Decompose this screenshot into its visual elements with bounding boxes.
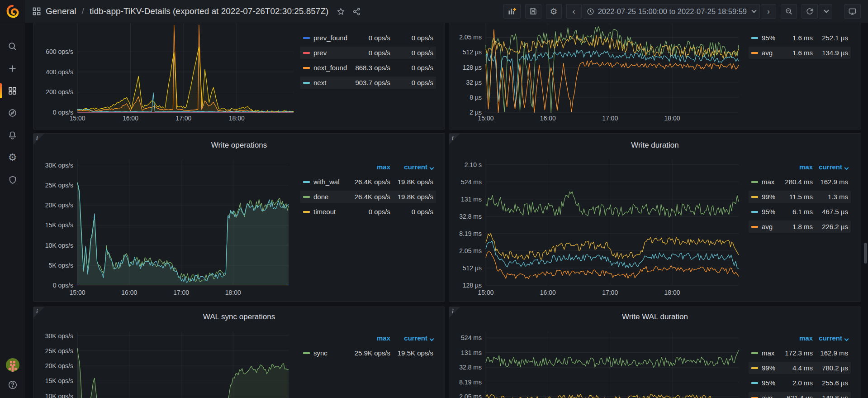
refresh-group — [802, 4, 832, 19]
y-axis-tick: 32.8 ms — [459, 364, 482, 371]
info-icon[interactable]: i — [452, 134, 454, 142]
sidebar-item-create[interactable] — [0, 58, 25, 80]
series-current-value: 0 ops/s — [390, 64, 433, 72]
y-axis-tick: 8 µs — [470, 94, 482, 101]
series-max-value: 2.0 ms — [780, 379, 813, 387]
legend-sort-max[interactable]: max — [350, 334, 390, 342]
y-axis-tick: 20K ops/s — [45, 201, 73, 209]
y-axis-tick: 2.05 ms — [459, 34, 482, 41]
panel-title-write-operations[interactable]: Write operations — [33, 141, 445, 150]
panel-title-wal-sync-operations[interactable]: WAL sync operations — [33, 312, 445, 321]
series-color-swatch — [303, 82, 310, 84]
info-icon[interactable]: i — [36, 134, 38, 142]
series-name[interactable]: 99% — [762, 364, 780, 372]
legend-row-with_wal[interactable]: with_wal26.4K ops/s19.8K ops/s — [300, 176, 436, 188]
star-icon[interactable] — [337, 7, 345, 16]
vertical-scrollbar-thumb[interactable] — [864, 243, 867, 264]
series-name[interactable]: 95% — [762, 34, 780, 42]
sidebar-item-configuration[interactable]: ⚙ — [0, 146, 25, 168]
series-name[interactable]: avg — [762, 49, 780, 57]
legend-row-95%[interactable]: 95%1.6 ms252.1 µs — [749, 32, 851, 44]
sidebar-item-search[interactable] — [0, 35, 25, 58]
legend-row-95%[interactable]: 95%6.1 ms467.5 µs — [749, 206, 851, 218]
grafana-logo[interactable] — [0, 0, 25, 23]
legend-row-prev_found[interactable]: prev_found0 ops/s0 ops/s — [300, 32, 436, 44]
legend-row-avg[interactable]: avg1.6 ms134.9 µs — [749, 47, 851, 59]
cycle-view-mode-button[interactable] — [844, 4, 861, 19]
legend-row-95%[interactable]: 95%2.0 ms255.6 µs — [749, 377, 851, 389]
legend-sort-max[interactable]: max — [780, 334, 813, 342]
time-picker-group: ‹ 2022-07-25 15:00:00 to 2022-07-25 18:5… — [566, 4, 776, 19]
sidebar-item-server-admin[interactable] — [0, 168, 25, 191]
add-panel-button[interactable] — [503, 4, 521, 19]
legend-row-avg[interactable]: avg1.8 ms226.2 µs — [749, 221, 851, 233]
legend-sort-current[interactable]: current — [813, 334, 848, 342]
series-name[interactable]: next_found — [313, 64, 350, 72]
legend-row-prev[interactable]: prev0 ops/s0 ops/s — [300, 47, 436, 59]
legend-row-timeout[interactable]: timeout0 ops/s0 ops/s — [300, 206, 436, 218]
series-name[interactable]: max — [762, 178, 780, 186]
time-range-picker[interactable]: 2022-07-25 15:00:00 to 2022-07-25 18:59:… — [583, 4, 760, 19]
legend-row-next[interactable]: next903.7 ops/s0 ops/s — [300, 77, 436, 89]
info-icon[interactable]: i — [36, 308, 38, 315]
series-name[interactable]: 95% — [762, 379, 780, 387]
series-name[interactable]: avg — [762, 223, 780, 230]
time-shift-forward-button[interactable]: › — [761, 4, 776, 19]
series-name[interactable]: done — [313, 193, 350, 201]
legend-row-99%[interactable]: 99%11.5 ms1.3 ms — [749, 191, 851, 203]
series-name[interactable]: prev — [313, 49, 350, 57]
sidebar-item-help[interactable] — [0, 380, 25, 390]
clock-icon — [587, 8, 594, 15]
refresh-interval-dropdown[interactable] — [819, 4, 832, 19]
x-axis-tick: 17:00 — [175, 115, 191, 122]
panel-title-write-wal-duration[interactable]: Write WAL duration — [449, 312, 861, 321]
save-dashboard-button[interactable] — [525, 4, 541, 19]
dashboard-settings-button[interactable]: ⚙ — [546, 4, 562, 19]
zoom-out-time-button[interactable] — [781, 4, 797, 19]
legend-row-99%[interactable]: 99%4.4 ms780.2 µs — [749, 362, 851, 374]
x-axis-tick: 16:00 — [540, 115, 556, 122]
series-name[interactable]: prev_found — [313, 34, 350, 42]
dashboard-title[interactable]: tidb-app-TiKV-Details (exported at 2022-… — [90, 6, 328, 16]
legend-sort-max[interactable]: max — [350, 163, 390, 171]
sidebar-item-explore[interactable] — [0, 102, 25, 124]
panel-scan-operations-top: 600 ops/s400 ops/s200 ops/s0 ops/s15:001… — [33, 23, 445, 129]
sidebar-item-dashboards[interactable] — [0, 80, 25, 102]
series-name[interactable]: avg — [762, 394, 780, 398]
sidebar-item-alerting[interactable] — [0, 124, 25, 146]
legend-row-sync[interactable]: sync25.9K ops/s19.5K ops/s — [300, 347, 436, 359]
series-current-value: 0 ops/s — [390, 34, 433, 42]
series-name[interactable]: with_wal — [313, 178, 350, 186]
series-name[interactable]: timeout — [313, 208, 350, 216]
legend-row-max[interactable]: max280.4 ms162.9 ms — [749, 176, 851, 188]
series-line-avg — [486, 29, 739, 113]
time-shift-back-button[interactable]: ‹ — [566, 4, 582, 19]
series-name[interactable]: max — [762, 349, 780, 357]
series-name[interactable]: sync — [313, 349, 350, 357]
series-line-unnamed — [77, 47, 294, 112]
series-name[interactable]: 95% — [762, 208, 780, 216]
avatar-pixels — [10, 361, 12, 363]
chevron-down-icon — [844, 166, 849, 170]
series-name[interactable]: 99% — [762, 193, 780, 201]
legend-sort-current[interactable]: current — [813, 163, 848, 171]
y-axis-tick: 0 ops/s — [53, 282, 73, 289]
user-avatar[interactable] — [6, 358, 19, 372]
legend-sort-max[interactable]: max — [780, 163, 813, 171]
legend-sort-current[interactable]: current — [390, 334, 433, 342]
info-icon[interactable]: i — [452, 308, 454, 315]
series-color-swatch — [303, 52, 310, 54]
legend-sort-current[interactable]: current — [390, 163, 433, 171]
breadcrumb-section[interactable]: General — [46, 6, 76, 16]
legend-row-max[interactable]: max172.3 ms162.9 ms — [749, 347, 851, 359]
search-icon — [8, 42, 17, 51]
legend-row-next_found[interactable]: next_found868.3 ops/s0 ops/s — [300, 62, 436, 74]
legend-row-avg[interactable]: avg621.4 µs149.8 µs — [749, 392, 851, 398]
refresh-button[interactable] — [802, 4, 818, 19]
legend-row-done[interactable]: done26.4K ops/s19.8K ops/s — [300, 191, 436, 203]
chevron-down-icon — [751, 8, 756, 13]
series-name[interactable]: next — [313, 79, 350, 86]
panel-title-write-duration[interactable]: Write duration — [449, 141, 861, 150]
share-icon[interactable] — [352, 7, 361, 16]
series-color-swatch — [303, 196, 310, 198]
